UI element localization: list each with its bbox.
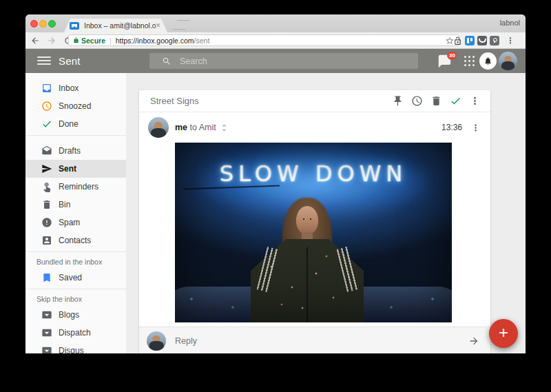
browser-titlebar: Inbox – amit@labnol.org × labnol [25,14,526,32]
url-path: /sent [194,37,210,45]
sidebar-item-snoozed[interactable]: Snoozed [25,97,126,115]
search-bar[interactable] [149,53,418,69]
notification-count-badge: 30 [447,51,457,60]
back-button[interactable] [28,34,42,48]
sidebar-item-spam[interactable]: Spam [25,214,126,231]
sidebar: Inbox Snoozed Done Drafts Sent [25,73,126,353]
neon-sign-text: SLOW DOWN [175,161,452,187]
plus-icon: + [499,324,508,341]
sidebar-item-inbox[interactable]: Inbox [25,79,126,97]
reply-box[interactable]: Reply [139,327,490,353]
forward-button[interactable] [45,34,59,48]
bundle-envelope-icon [41,309,52,321]
url-host: https://inbox.google.com [116,37,194,45]
sidebar-item-contacts[interactable]: Contacts [25,231,126,249]
sidebar-item-bin[interactable]: Bin [25,196,126,214]
snooze-clock-icon[interactable] [411,95,423,107]
contacts-icon [41,235,52,247]
bell-icon [484,56,492,65]
secure-label: Secure [81,37,105,45]
sidebar-section-bundled: Bundled in the inbox [25,255,126,269]
page-title: Sent [59,55,81,67]
clock-icon [41,101,52,112]
recipient-text: to Amit [190,123,216,132]
sidebar-divider [25,251,126,252]
thread-card: Street Signs me to Amit [139,90,490,353]
sender-name: me [175,123,187,132]
check-icon [41,118,52,130]
pin-icon[interactable] [392,95,404,107]
sidebar-divider [25,289,126,289]
notifications-bell-button[interactable] [479,52,497,70]
sidebar-item-reminders[interactable]: Reminders [25,178,126,196]
extension-toolbar [453,32,517,49]
omnibox-separator: | [110,37,112,45]
app-header: Sent 30 [25,49,526,73]
trash-icon[interactable] [430,95,442,107]
bookmark-icon [41,272,52,284]
google-apps-grid-icon[interactable] [464,56,475,66]
main-content: Street Signs me to Amit [126,73,526,353]
minimize-window-button[interactable] [39,20,47,28]
bundle-envelope-icon [41,345,52,354]
thread-subject: Street Signs [150,96,392,106]
sidebar-item-drafts[interactable]: Drafts [25,142,126,160]
reply-placeholder: Reply [175,336,197,346]
tab-close-icon[interactable]: × [156,21,160,30]
sidebar-item-sent[interactable]: Sent [25,160,126,178]
send-arrow-icon[interactable] [468,336,479,347]
pocket-extension-icon[interactable] [477,36,487,45]
inbox-icon [41,83,52,94]
sidebar-item-dispatch[interactable]: Dispatch [25,324,126,342]
bundle-envelope-icon [41,327,52,339]
mark-done-check-icon[interactable] [450,95,461,107]
address-bar[interactable]: Secure | https://inbox.google.com/sent [68,34,459,46]
chrome-profile-name[interactable]: labnol [500,19,520,27]
browser-window: Inbox – amit@labnol.org × labnol Secure … [25,14,526,353]
shield-extension-icon[interactable] [490,36,499,45]
new-tab-button[interactable] [173,20,189,30]
drafts-icon [41,145,52,157]
sidebar-item-disqus[interactable]: Disqus [25,342,126,353]
message-time: 13:36 [441,123,462,132]
message-more-icon[interactable] [470,123,481,133]
sidebar-item-done[interactable]: Done [25,115,126,133]
secure-lock-icon [73,37,79,44]
browser-tab[interactable]: Inbox – amit@labnol.org × [64,19,167,32]
thread-header: Street Signs [139,90,490,112]
zoom-window-button[interactable] [48,20,56,28]
close-window-button[interactable] [30,20,38,28]
sender-avatar[interactable] [148,117,169,138]
reply-avatar [147,331,166,351]
chrome-menu-icon[interactable] [503,34,517,48]
trash-icon [41,199,52,211]
sidebar-item-saved[interactable]: Saved [25,269,126,287]
send-icon [41,163,52,175]
screenshot-background: Inbox – amit@labnol.org × labnol Secure … [0,0,551,392]
photo-woman-face [296,206,318,234]
inbox-favicon-icon [70,22,79,30]
tab-title: Inbox – amit@labnol.org [84,21,156,30]
message-from: me to Amit [175,123,216,132]
browser-toolbar: Secure | https://inbox.google.com/sent [25,32,526,49]
menu-hamburger-icon[interactable] [37,56,51,65]
search-icon [162,56,171,66]
sidebar-section-skip: Skip the inbox [25,292,126,306]
more-options-icon[interactable] [469,95,481,107]
lock-open-extension-icon[interactable] [453,36,462,45]
search-input[interactable] [180,56,373,66]
compose-fab-button[interactable]: + [489,319,518,348]
sidebar-divider [25,135,126,136]
spam-icon [41,217,52,229]
user-avatar[interactable] [499,52,517,70]
sidebar-item-blogs[interactable]: Blogs [25,306,126,324]
expand-details-icon[interactable] [220,123,229,132]
email-photo-attachment[interactable]: SLOW DOWN [175,143,452,322]
trello-extension-icon[interactable] [465,36,475,45]
reminder-hand-icon [41,181,52,193]
message-header-row: me to Amit 13:36 [139,112,490,143]
